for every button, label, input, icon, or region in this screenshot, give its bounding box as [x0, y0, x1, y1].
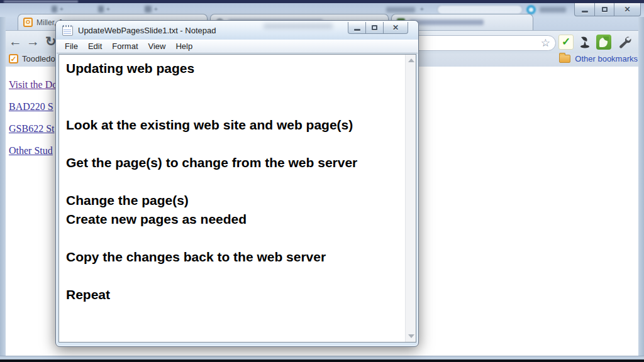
- bookmark-toodledo[interactable]: ✓ Toodledo: [9, 54, 55, 63]
- menu-help[interactable]: Help: [170, 40, 197, 52]
- other-bookmarks-button[interactable]: Other bookmarks: [559, 54, 638, 63]
- link-visit-the-do[interactable]: Visit the Do: [9, 79, 57, 90]
- scroll-down-icon[interactable]: [408, 334, 414, 338]
- menu-edit[interactable]: Edit: [83, 40, 107, 52]
- scroll-up-icon[interactable]: [408, 58, 414, 62]
- close-icon: ✕: [624, 6, 630, 13]
- blurred-background-title: [4, 1, 78, 3]
- blurred-taskbar-icon: [98, 6, 104, 13]
- other-bookmarks-label: Other bookmarks: [575, 54, 638, 63]
- close-icon: ✕: [392, 24, 399, 31]
- minimize-icon: [354, 29, 360, 31]
- blurred-caption-text: [386, 7, 415, 13]
- maximize-icon: [602, 7, 608, 12]
- blurred-app-icon: [526, 5, 536, 14]
- browser-minimize-button[interactable]: [574, 3, 595, 16]
- notepad-text-editor[interactable]: Updating web pages Look at the existing …: [59, 55, 405, 342]
- lamp-extension-icon[interactable]: [577, 35, 592, 50]
- blurred-plus-icon: +: [106, 6, 110, 13]
- notepad-window: UpdateWebPagesSlide1.txt - Notepad ✕ Fil…: [55, 20, 419, 347]
- forward-button[interactable]: →: [26, 33, 40, 50]
- notepad-scrollbar[interactable]: [405, 55, 416, 342]
- notepad-app-icon: [62, 25, 73, 36]
- blurred-plus-icon: +: [420, 6, 424, 13]
- notepad-close-button[interactable]: ✕: [384, 22, 408, 34]
- blurred-taskbar-icon: [52, 6, 57, 13]
- toodledo-check-icon: ✓: [9, 54, 18, 63]
- minimize-icon: [582, 11, 588, 13]
- notepad-minimize-button[interactable]: [348, 22, 366, 34]
- browser-maximize-button[interactable]: [595, 3, 614, 16]
- blurred-tab-title: [409, 19, 484, 25]
- back-button[interactable]: ←: [9, 33, 22, 50]
- blurred-plus-icon: +: [60, 6, 64, 13]
- folder-icon: [559, 55, 570, 63]
- blurred-plus-icon: +: [154, 6, 158, 13]
- notepad-titlebar[interactable]: UpdateWebPagesSlide1.txt - Notepad ✕: [56, 21, 418, 40]
- browser-frame-right: [638, 17, 644, 356]
- browser-frame-left: [0, 17, 6, 356]
- glass-see-through-blur: [264, 23, 333, 29]
- menu-view[interactable]: View: [143, 40, 171, 52]
- notepad-window-title: UpdateWebPagesSlide1.txt - Notepad: [78, 26, 216, 35]
- blurred-search-pill: [437, 5, 523, 14]
- notepad-content-area: Updating web pages Look at the existing …: [58, 54, 416, 343]
- browser-close-button[interactable]: ✕: [614, 3, 641, 16]
- blurred-caption-text: [540, 7, 566, 13]
- bookmark-star-icon[interactable]: ☆: [541, 36, 550, 50]
- reload-button[interactable]: ↻: [45, 33, 57, 50]
- browser-frame-bottom: [0, 356, 644, 359]
- bookmark-label: Toodledo: [22, 54, 55, 63]
- notepad-menubar: File Edit Format View Help: [57, 40, 418, 53]
- wrench-menu-icon[interactable]: [617, 35, 632, 50]
- toodledo-favicon-icon: O: [23, 18, 33, 27]
- toodledo-extension-icon[interactable]: ✓: [558, 35, 574, 50]
- link-gsb622[interactable]: GSB622 St: [9, 123, 54, 134]
- link-bad220[interactable]: BAD220 S: [9, 101, 53, 112]
- notepad-maximize-button[interactable]: [366, 22, 384, 34]
- maximize-icon: [372, 25, 377, 30]
- menu-file[interactable]: File: [60, 40, 83, 52]
- link-other-stud[interactable]: Other Stud: [9, 145, 53, 156]
- menu-format[interactable]: Format: [107, 40, 143, 52]
- blurred-taskbar-icon: [145, 6, 152, 13]
- evernote-extension-icon[interactable]: [596, 35, 611, 50]
